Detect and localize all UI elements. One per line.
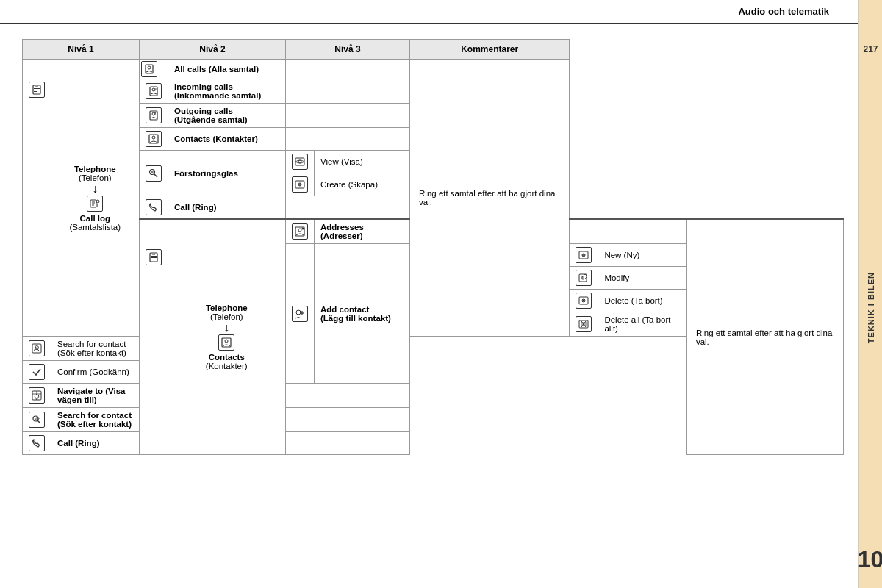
svg-point-16 bbox=[152, 112, 155, 115]
icon-forstoringsglas bbox=[140, 151, 168, 196]
col-header-niva1: Nivå 1 bbox=[23, 40, 140, 60]
call1-level3 bbox=[286, 196, 410, 220]
new-label: New (Ny) bbox=[598, 244, 687, 267]
contacts1-label: Contacts (Kontakter) bbox=[168, 128, 286, 151]
svg-point-38 bbox=[302, 228, 304, 230]
phone-icon bbox=[29, 82, 45, 98]
svg-point-24 bbox=[298, 160, 301, 163]
svg-point-37 bbox=[298, 229, 301, 232]
outgoing-svg bbox=[148, 110, 159, 121]
phone-svg bbox=[32, 85, 42, 95]
contacts2-icon bbox=[218, 334, 234, 351]
forstoringsglas-svg bbox=[148, 168, 159, 179]
modify-svg bbox=[578, 273, 589, 283]
sidebar-text: TEKNIK I BILEN bbox=[867, 272, 875, 343]
section2-comment: Ring ett samtal efter att ha gjort dina … bbox=[686, 219, 843, 455]
call1-icon bbox=[146, 199, 162, 215]
addcontact-label: Add contact(Lägg till kontakt) bbox=[315, 244, 410, 384]
calllog-label: Call log bbox=[57, 214, 134, 223]
addresses-level3 bbox=[570, 219, 687, 244]
samtalslista-label: (Samtalslista) bbox=[57, 223, 134, 232]
deleteall-label: Delete all (Ta bort allt) bbox=[598, 312, 687, 337]
level1-section1-label: Telephone (Telefon) ↓ bbox=[57, 165, 134, 232]
delete-svg bbox=[578, 295, 589, 306]
incoming-level3 bbox=[286, 79, 410, 104]
search2-icon: abc bbox=[29, 412, 45, 428]
icon-deleteall bbox=[570, 312, 598, 337]
svg-text:A: A bbox=[34, 345, 38, 352]
addresses-svg bbox=[295, 226, 305, 237]
icon-searchcontact: A bbox=[23, 337, 51, 361]
delete-label: Delete (Ta bort) bbox=[598, 290, 687, 312]
contacts1-level3 bbox=[286, 128, 410, 151]
svg-line-20 bbox=[154, 173, 158, 177]
right-sidebar: 217 TEKNIK I BILEN 10 bbox=[858, 0, 882, 588]
confirm-icon bbox=[29, 364, 45, 380]
icon-call2 bbox=[23, 432, 51, 455]
icon-modify bbox=[570, 267, 598, 290]
telephone2-label: Telephone bbox=[206, 304, 248, 312]
telefon-label: (Telefon) bbox=[79, 173, 112, 182]
call2-level3 bbox=[286, 432, 410, 455]
icon-delete bbox=[570, 290, 598, 312]
addresses-label: Addresses (Adresser) bbox=[315, 219, 410, 244]
icon-search2: abc bbox=[23, 408, 51, 432]
icon-addcontact bbox=[286, 244, 315, 384]
call2-label: Call (Ring) bbox=[51, 432, 140, 455]
forstoringsglas-icon bbox=[146, 165, 162, 182]
delete-icon bbox=[576, 293, 592, 309]
svg-rect-32 bbox=[151, 257, 157, 258]
call1-label: Call (Ring) bbox=[168, 196, 286, 220]
icon-confirm bbox=[23, 361, 51, 384]
header-title: Audio och telematik bbox=[738, 6, 829, 17]
icon-view bbox=[286, 151, 315, 173]
view-svg bbox=[295, 157, 305, 167]
svg-rect-4 bbox=[34, 91, 37, 92]
confirm-label: Confirm (Godkänn) bbox=[51, 361, 140, 384]
icon-call1 bbox=[140, 196, 168, 220]
new-icon bbox=[576, 247, 592, 263]
col-header-niva3: Nivå 3 bbox=[286, 40, 410, 60]
table-row: Telephone (Telefon) ↓ bbox=[23, 60, 844, 79]
call2-icon bbox=[29, 435, 45, 451]
level1-phone-icon bbox=[29, 82, 46, 98]
deleteall-svg bbox=[578, 319, 589, 329]
main-table: Nivå 1 Nivå 2 Nivå 3 Kommentarer bbox=[22, 39, 844, 455]
svg-point-12 bbox=[148, 66, 151, 69]
view-icon bbox=[292, 154, 308, 170]
svg-text:abc: abc bbox=[35, 417, 41, 421]
sidebar-number: 10 bbox=[858, 546, 882, 573]
navigate-label: Navigate to (Visa vägen till) bbox=[51, 384, 140, 408]
contacts2-label: Contacts bbox=[174, 353, 280, 362]
searchcontact-label: Search for contact(Sök efter kontakt) bbox=[51, 337, 140, 361]
col-header-niva2: Nivå 2 bbox=[140, 40, 286, 60]
incoming-calls-label: Incoming calls(Inkommande samtal) bbox=[168, 79, 286, 104]
search2-svg: abc bbox=[32, 415, 42, 425]
outgoing-calls-label: Outgoing calls(Utgående samtal) bbox=[168, 104, 286, 128]
navigate-level3 bbox=[286, 384, 410, 408]
contacts1-svg bbox=[148, 134, 159, 144]
icon-contacts1 bbox=[140, 128, 168, 151]
modify-label: Modify bbox=[598, 267, 687, 290]
deleteall-icon bbox=[576, 316, 592, 332]
table-container: Nivå 1 Nivå 2 Nivå 3 Kommentarer bbox=[0, 24, 858, 588]
svg-point-18 bbox=[152, 136, 155, 139]
modify-icon bbox=[576, 270, 592, 286]
contacts2-svg bbox=[221, 337, 232, 348]
section1-comment: Ring ett samtal efter att ha gjort dina … bbox=[410, 60, 570, 337]
create-icon bbox=[292, 176, 308, 193]
svg-point-39 bbox=[296, 310, 301, 315]
icon-navigate bbox=[23, 384, 51, 408]
telephone-label: Telephone bbox=[74, 165, 116, 173]
all-calls-level3 bbox=[286, 60, 410, 79]
searchcontact-icon: A bbox=[29, 340, 45, 356]
telefon2-label: (Telefon) bbox=[174, 312, 280, 321]
confirm-svg bbox=[32, 367, 42, 377]
outgoing-level3 bbox=[286, 104, 410, 128]
addcontact-icon bbox=[292, 306, 308, 322]
icon-new bbox=[570, 244, 598, 267]
view-label: View (Visa) bbox=[315, 151, 410, 173]
page-number: 217 bbox=[863, 44, 878, 54]
page-header: Audio och telematik bbox=[0, 0, 858, 24]
svg-rect-23 bbox=[295, 158, 304, 165]
